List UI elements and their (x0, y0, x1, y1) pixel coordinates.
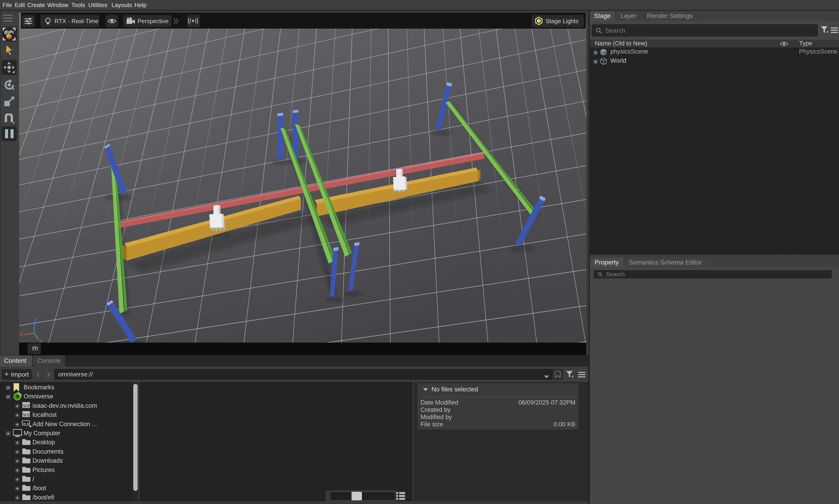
svg-text:Z: Z (34, 318, 37, 324)
svg-text:Y: Y (39, 338, 42, 343)
svg-text:X: X (19, 331, 23, 338)
